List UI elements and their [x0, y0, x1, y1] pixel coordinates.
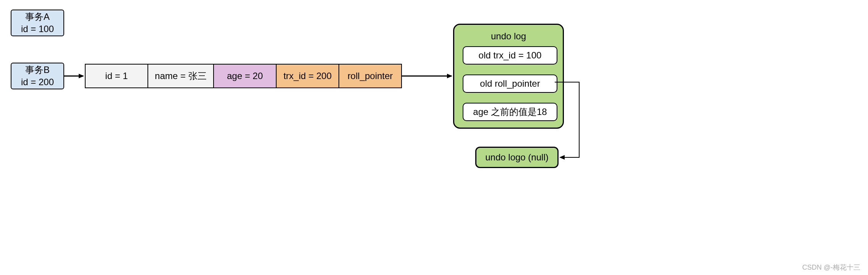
watermark-text: CSDN @-梅花十三 — [802, 263, 860, 272]
transaction-a-box: 事务A id = 100 — [11, 10, 64, 36]
row-cell-age: age = 20 — [213, 64, 277, 88]
row-cell-trx-id: trx_id = 200 — [276, 64, 339, 88]
undo-log-title: undo log — [454, 30, 563, 42]
arrows-layer — [0, 0, 868, 275]
undo-log-item-old-trx: old trx_id = 100 — [463, 46, 557, 65]
undo-log-item-old-roll-pointer: old roll_pointer — [463, 74, 557, 93]
row-cell-roll-pointer: roll_pointer — [338, 64, 402, 88]
row-cell-name: name = 张三 — [147, 64, 214, 88]
undo-log-null-box: undo logo (null) — [475, 147, 559, 168]
row-cell-id: id = 1 — [85, 64, 148, 88]
transaction-b-box: 事务B id = 200 — [11, 63, 64, 89]
undo-log-container: undo log old trx_id = 100 old roll_point… — [453, 24, 564, 129]
undo-log-item-old-age: age 之前的值是18 — [463, 103, 557, 121]
diagram-stage: 事务A id = 100 事务B id = 200 id = 1 name = … — [0, 0, 868, 275]
